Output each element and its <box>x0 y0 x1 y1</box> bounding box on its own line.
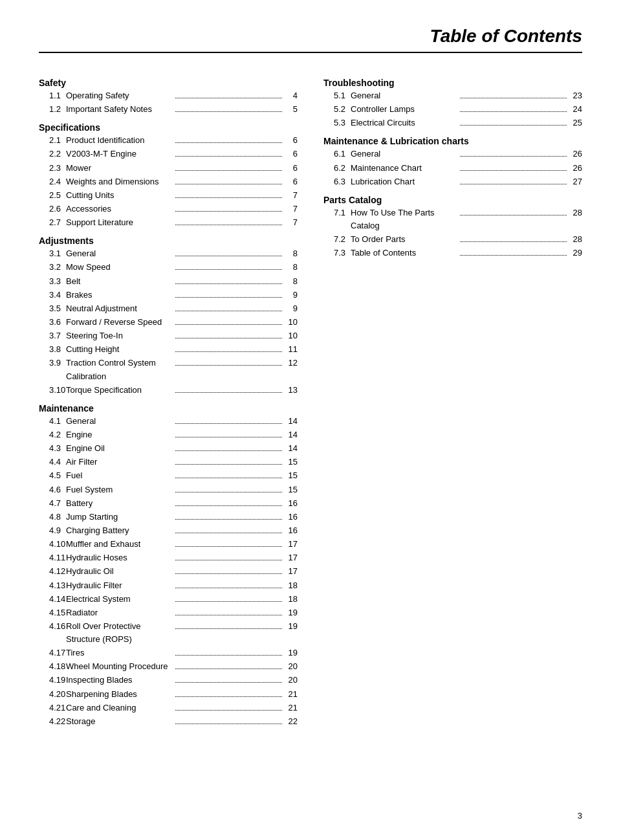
entry-dots <box>175 142 282 143</box>
entry-number: 3.1 <box>39 247 66 260</box>
entry-number: 3.10 <box>39 384 66 397</box>
toc-entry: 2.2V2003-M-T Engine6 <box>39 148 298 160</box>
entry-number: 4.17 <box>39 647 66 659</box>
entry-label: How To Use The Parts Catalog <box>351 206 457 232</box>
entry-label: Charging Battery <box>66 524 173 537</box>
entry-dots <box>175 338 282 338</box>
toc-entry: 4.19Inspecting Blades20 <box>39 674 298 687</box>
toc-entry: 7.1How To Use The Parts Catalog28 <box>323 206 582 232</box>
entry-dots <box>175 225 282 225</box>
toc-entry: 2.4Weights and Dimensions6 <box>39 175 298 188</box>
entry-dots <box>175 615 282 615</box>
entry-label: Jump Starting <box>66 511 173 524</box>
toc-entry: 2.1Product Identification6 <box>39 134 298 147</box>
entry-label: Operating Safety <box>66 89 173 102</box>
entry-page: 15 <box>285 483 298 496</box>
entry-number: 4.22 <box>39 715 66 728</box>
entry-label: Inspecting Blades <box>66 674 173 687</box>
entry-page: 16 <box>285 497 298 510</box>
toc-entry: 4.3Engine Oil14 <box>39 442 298 455</box>
entry-dots <box>175 628 282 629</box>
entry-page: 4 <box>285 89 298 102</box>
toc-entry: 4.1General14 <box>39 415 298 428</box>
entry-label: Engine Oil <box>66 442 173 455</box>
toc-entry: 4.18Wheel Mounting Procedure20 <box>39 660 298 673</box>
entry-dots <box>460 184 567 184</box>
toc-entry: 4.12Hydraulic Oil17 <box>39 565 298 578</box>
entry-number: 3.9 <box>39 357 66 370</box>
entry-label: Wheel Mounting Procedure <box>66 660 173 673</box>
entry-number: 3.6 <box>39 316 66 329</box>
entry-page: 8 <box>285 247 298 260</box>
entry-dots <box>175 111 282 112</box>
entry-number: 4.2 <box>39 428 66 441</box>
entry-page: 27 <box>569 175 582 188</box>
entry-dots <box>175 156 282 157</box>
entry-number: 2.3 <box>39 162 66 175</box>
entry-number: 5.3 <box>323 116 351 129</box>
toc-entry: 5.2Controller Lamps24 <box>323 103 582 116</box>
toc-entry: 4.5Fuel15 <box>39 469 298 482</box>
entry-dots <box>175 283 282 284</box>
toc-entry: 3.3Belt8 <box>39 275 298 288</box>
toc-entry: 3.2Mow Speed8 <box>39 261 298 274</box>
toc-entry: 3.5Neutral Adjustment9 <box>39 302 298 315</box>
entry-number: 4.3 <box>39 442 66 455</box>
entry-dots <box>460 156 567 157</box>
toc-entry: 4.8Jump Starting16 <box>39 511 298 524</box>
entry-number: 4.15 <box>39 606 66 619</box>
entry-label: Product Identification <box>66 134 173 147</box>
entry-dots <box>175 724 282 724</box>
entry-page: 18 <box>285 593 298 606</box>
entry-number: 4.14 <box>39 593 66 606</box>
entry-page: 6 <box>285 175 298 188</box>
entry-page: 5 <box>285 103 298 116</box>
entry-label: Care and Cleaning <box>66 702 173 714</box>
entry-label: Engine <box>66 428 173 441</box>
entry-dots <box>175 311 282 311</box>
toc-entry: 3.1General8 <box>39 247 298 260</box>
section-title: Troubleshooting <box>323 78 582 88</box>
entry-label: Radiator <box>66 606 173 619</box>
entry-number: 4.18 <box>39 660 66 673</box>
entry-number: 4.8 <box>39 511 66 524</box>
entry-page: 6 <box>285 162 298 175</box>
entry-label: General <box>66 415 173 428</box>
toc-entry: 4.22Storage22 <box>39 715 298 728</box>
entry-dots <box>175 365 282 366</box>
entry-dots <box>460 98 567 98</box>
toc-entry: 4.15Radiator19 <box>39 606 298 619</box>
entry-dots <box>175 560 282 560</box>
section-title: Parts Catalog <box>323 195 582 205</box>
entry-page: 16 <box>285 511 298 524</box>
entry-page: 15 <box>285 469 298 482</box>
entry-dots <box>175 546 282 547</box>
entry-page: 22 <box>285 715 298 728</box>
toc-entry: 4.6Fuel System15 <box>39 483 298 496</box>
entry-page: 12 <box>285 357 298 370</box>
entry-label: Battery <box>66 497 173 510</box>
entry-dots <box>175 669 282 669</box>
entry-label: Weights and Dimensions <box>66 175 173 188</box>
entry-label: General <box>66 247 173 260</box>
entry-label: Hydraulic Oil <box>66 565 173 578</box>
entry-number: 3.4 <box>39 289 66 302</box>
entry-dots <box>460 170 567 171</box>
entry-dots <box>175 297 282 298</box>
toc-entry: 1.2Important Safety Notes5 <box>39 103 298 116</box>
entry-dots <box>175 197 282 198</box>
entry-dots <box>175 601 282 602</box>
entry-label: Tires <box>66 647 173 659</box>
toc-entry: 6.2Maintenance Chart26 <box>323 162 582 175</box>
toc-entry: 4.17Tires19 <box>39 647 298 659</box>
toc-entry: 6.3Lubrication Chart27 <box>323 175 582 188</box>
entry-dots <box>175 682 282 683</box>
entry-page: 14 <box>285 415 298 428</box>
entry-page: 7 <box>285 216 298 229</box>
entry-dots <box>175 324 282 325</box>
entry-number: 6.1 <box>323 148 351 160</box>
entry-number: 2.7 <box>39 216 66 229</box>
entry-label: Belt <box>66 275 173 288</box>
toc-entry: 4.20Sharpening Blades21 <box>39 688 298 701</box>
entry-label: Steering Toe-In <box>66 329 173 342</box>
